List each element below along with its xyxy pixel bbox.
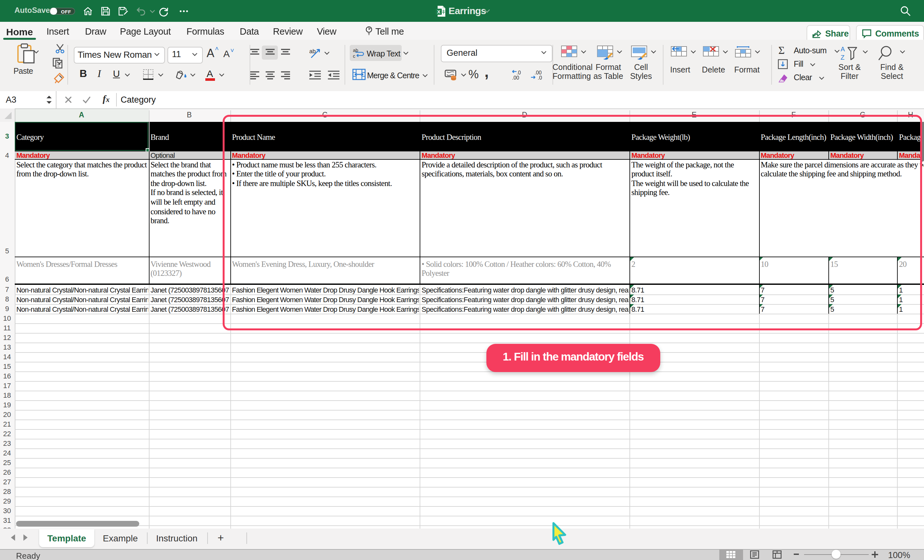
svg-text:X: X: [437, 9, 440, 14]
svg-text:Z: Z: [841, 54, 844, 61]
svg-text:.00: .00: [534, 70, 542, 75]
svg-text:.0: .0: [538, 75, 542, 80]
svg-text:A: A: [841, 46, 845, 52]
svg-text:.00: .00: [512, 75, 519, 80]
svg-text:c: c: [353, 53, 356, 59]
svg-text:.0: .0: [516, 70, 521, 75]
